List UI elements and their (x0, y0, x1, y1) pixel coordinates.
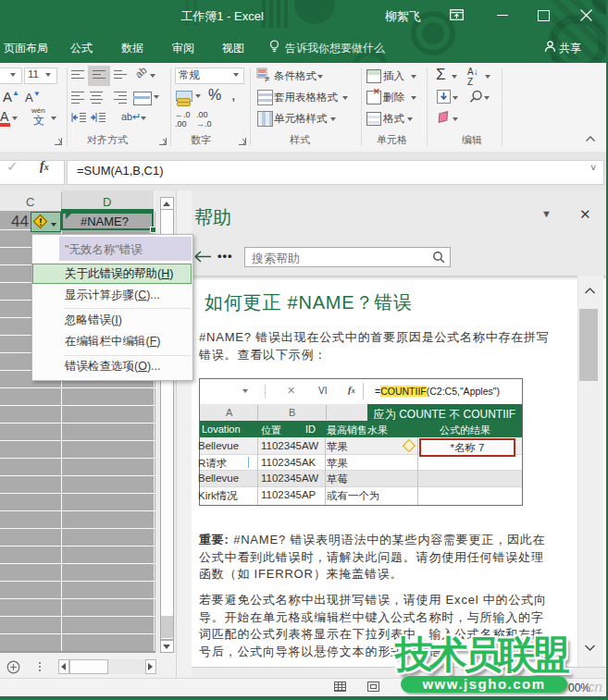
svg-text:≠: ≠ (265, 74, 270, 83)
